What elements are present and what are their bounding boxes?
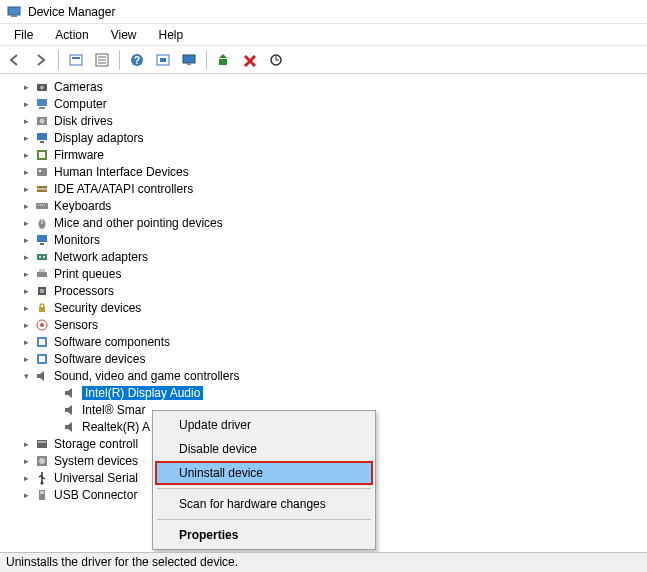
expand-right-icon[interactable]: ▸ — [20, 302, 32, 314]
tree-node[interactable]: ▸Sensors — [2, 316, 647, 333]
spacer — [48, 404, 60, 416]
properties-button[interactable] — [91, 49, 113, 71]
tree-node-label: Software devices — [54, 352, 145, 366]
usb-icon — [34, 470, 50, 486]
tree-child-label: Realtek(R) A — [82, 420, 150, 434]
tree-node[interactable]: ▸Processors — [2, 282, 647, 299]
expand-right-icon[interactable]: ▸ — [20, 438, 32, 450]
tree-node[interactable]: ▸IDE ATA/ATAPI controllers — [2, 180, 647, 197]
tree-node[interactable]: ▸Software components — [2, 333, 647, 350]
svg-rect-30 — [36, 203, 48, 209]
cpu-icon — [34, 283, 50, 299]
expand-right-icon[interactable]: ▸ — [20, 200, 32, 212]
expand-right-icon[interactable]: ▸ — [20, 234, 32, 246]
svg-rect-51 — [38, 441, 46, 443]
help-button[interactable]: ? — [126, 49, 148, 71]
context-separator — [157, 488, 371, 489]
monitor-refresh-button[interactable] — [178, 49, 200, 71]
tree-node[interactable]: ▸Print queues — [2, 265, 647, 282]
hid-icon — [34, 164, 50, 180]
svg-rect-0 — [8, 7, 20, 15]
camera-icon — [34, 79, 50, 95]
scan-hardware-button[interactable] — [265, 49, 287, 71]
context-uninstall-device[interactable]: Uninstall device — [155, 461, 373, 485]
svg-rect-3 — [72, 57, 80, 59]
tree-node-label: System devices — [54, 454, 138, 468]
expand-down-icon[interactable]: ▾ — [20, 370, 32, 382]
svg-rect-56 — [40, 491, 44, 494]
tree-node[interactable]: ▸Monitors — [2, 231, 647, 248]
svg-rect-19 — [39, 107, 45, 109]
tree-node-label: Display adaptors — [54, 131, 143, 145]
title-bar: Device Manager — [0, 0, 647, 24]
expand-right-icon[interactable]: ▸ — [20, 319, 32, 331]
svg-rect-22 — [37, 133, 47, 140]
expand-right-icon[interactable]: ▸ — [20, 472, 32, 484]
expand-right-icon[interactable]: ▸ — [20, 81, 32, 93]
menu-action[interactable]: Action — [49, 26, 94, 44]
svg-rect-35 — [40, 243, 44, 245]
tree-node[interactable]: ▸Software devices — [2, 350, 647, 367]
tree-node-label: Human Interface Devices — [54, 165, 189, 179]
context-disable-device[interactable]: Disable device — [155, 437, 373, 461]
tree-node-sound[interactable]: ▾ Sound, video and game controllers — [2, 367, 647, 384]
expand-right-icon[interactable]: ▸ — [20, 268, 32, 280]
svg-rect-47 — [39, 339, 45, 345]
tree-node-label: Monitors — [54, 233, 100, 247]
firmware-icon — [34, 147, 50, 163]
expand-right-icon[interactable]: ▸ — [20, 251, 32, 263]
context-update-driver[interactable]: Update driver — [155, 413, 373, 437]
tree-node-label: Security devices — [54, 301, 141, 315]
expand-right-icon[interactable]: ▸ — [20, 183, 32, 195]
expand-right-icon[interactable]: ▸ — [20, 217, 32, 229]
menu-file[interactable]: File — [8, 26, 39, 44]
expand-right-icon[interactable]: ▸ — [20, 455, 32, 467]
svg-rect-14 — [219, 59, 227, 65]
update-driver-button[interactable] — [213, 49, 235, 71]
context-scan-hardware[interactable]: Scan for hardware changes — [155, 492, 373, 516]
menu-view[interactable]: View — [105, 26, 143, 44]
expand-right-icon[interactable]: ▸ — [20, 336, 32, 348]
tree-node[interactable]: ▸Keyboards — [2, 197, 647, 214]
forward-button[interactable] — [30, 49, 52, 71]
tree-child-intel-display-audio[interactable]: Intel(R) Display Audio — [2, 384, 647, 401]
svg-point-21 — [40, 118, 45, 123]
tree-node[interactable]: ▸Mice and other pointing devices — [2, 214, 647, 231]
delete-button[interactable] — [239, 49, 261, 71]
computer-icon — [34, 96, 50, 112]
svg-point-53 — [39, 458, 45, 464]
tree-node[interactable]: ▸Disk drives — [2, 112, 647, 129]
tree-node[interactable]: ▸Security devices — [2, 299, 647, 316]
toolbar: ? — [0, 46, 647, 74]
sound-icon — [62, 419, 78, 435]
mouse-icon — [34, 215, 50, 231]
tree-node[interactable]: ▸Network adapters — [2, 248, 647, 265]
expand-right-icon[interactable]: ▸ — [20, 166, 32, 178]
tree-node-label: Disk drives — [54, 114, 113, 128]
svg-rect-42 — [40, 289, 44, 293]
tree-node-label: Firmware — [54, 148, 104, 162]
svg-rect-26 — [37, 168, 47, 176]
expand-right-icon[interactable]: ▸ — [20, 149, 32, 161]
show-hidden-button[interactable] — [65, 49, 87, 71]
tree-node[interactable]: ▸Cameras — [2, 78, 647, 95]
expand-right-icon[interactable]: ▸ — [20, 98, 32, 110]
tree-node[interactable]: ▸Display adaptors — [2, 129, 647, 146]
expand-right-icon[interactable]: ▸ — [20, 115, 32, 127]
svg-rect-13 — [187, 63, 191, 65]
print-button[interactable] — [152, 49, 174, 71]
tree-node[interactable]: ▸Computer — [2, 95, 647, 112]
tree-node[interactable]: ▸Human Interface Devices — [2, 163, 647, 180]
expand-right-icon[interactable]: ▸ — [20, 285, 32, 297]
sound-icon — [62, 402, 78, 418]
back-button[interactable] — [4, 49, 26, 71]
device-tree: ▸Cameras▸Computer▸Disk drives▸Display ad… — [0, 74, 647, 552]
expand-right-icon[interactable]: ▸ — [20, 132, 32, 144]
tree-node[interactable]: ▸Firmware — [2, 146, 647, 163]
tree-node-label: USB Connector — [54, 488, 137, 502]
context-properties[interactable]: Properties — [155, 523, 373, 547]
expand-right-icon[interactable]: ▸ — [20, 489, 32, 501]
expand-right-icon[interactable]: ▸ — [20, 353, 32, 365]
tree-node-label: Mice and other pointing devices — [54, 216, 223, 230]
menu-help[interactable]: Help — [153, 26, 190, 44]
